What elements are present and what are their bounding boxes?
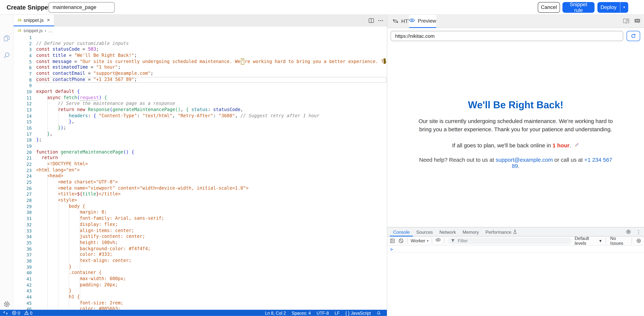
code-line[interactable]: 7const contactEmail = "support@example.c… [14,71,387,77]
close-icon[interactable]: × [47,18,50,23]
code-line[interactable]: 9 [14,83,387,89]
code-line[interactable]: 5const message = "Our site is currently … [14,59,387,65]
devtools-tab-network[interactable]: Network [436,228,459,236]
issues-counter[interactable]: No Issues [610,236,628,246]
tab-snippet-js[interactable]: JS snippet.js × [14,15,54,26]
code-line[interactable]: 37 color: #333; [14,252,387,258]
maintenance-page: We'll Be Right Back! Our site is current… [416,99,615,169]
split-editor-icon[interactable] [368,18,374,23]
line-number: 9 [14,83,36,89]
code-line[interactable]: 24 <head> [14,173,387,179]
code-line[interactable]: 33 align-items: center; [14,228,387,234]
code-line[interactable]: 3const statusCode = 503; [14,47,387,53]
code-line[interactable]: 34 justify-content: center; [14,234,387,240]
code-line[interactable]: 20function generateMaintenancePage() { [14,149,387,155]
deploy-dropdown-button[interactable]: ▾ [620,2,628,13]
settings-gear-icon[interactable] [3,301,10,307]
code-line[interactable]: 27 <title>${title}</title> [14,191,387,197]
filter-input[interactable] [457,238,568,244]
code-line[interactable]: 6const estimatedTime = "1 hour"; [14,65,387,71]
code-line[interactable]: 29 body { [14,204,387,210]
code-line[interactable]: 46 color: #0056b3; [14,306,387,310]
code-line[interactable]: 15 }, [14,119,387,125]
problems-errors[interactable]: 0 [12,310,20,315]
code-line[interactable]: 26 <meta name="viewport" content="width=… [14,185,387,191]
more-actions-icon[interactable] [378,18,384,23]
cancel-button[interactable]: Cancel [538,2,560,13]
code-line[interactable]: 1 [14,35,387,41]
code-line[interactable]: 36 background-color: #f4f4f4; [14,246,387,252]
deploy-button[interactable]: Deploy [597,2,620,13]
code-line[interactable]: 11 async fetch(request) { [14,95,387,101]
refresh-button[interactable] [626,31,640,41]
code-line[interactable]: 39 } [14,264,387,270]
devtools-tab-performance[interactable]: Performance [482,228,520,236]
code-line[interactable]: 28 <style> [14,197,387,203]
console-output[interactable]: > [387,245,644,252]
snippet-rule-button[interactable]: Snippet rule [562,2,595,13]
language-mode[interactable]: { } JavaScript [345,310,371,315]
breadcrumb-file[interactable]: snippet.js [24,28,42,33]
problems-warnings[interactable]: 0 [24,310,32,315]
code-line[interactable]: 43 } [14,288,387,294]
code-line[interactable]: 32 display: flex; [14,222,387,228]
indentation-setting[interactable]: Spaces: 4 [292,310,311,315]
code-line[interactable]: 30 margin: 0; [14,210,387,216]
code-line[interactable]: 23<html lang="en"> [14,167,387,173]
code-line[interactable]: 25 <meta charset="UTF-8"> [14,179,387,185]
preview-url-input[interactable] [390,31,623,41]
code-line[interactable]: 22 <!DOCTYPE html> [14,161,387,167]
code-line[interactable]: 38 text-align: center; [14,258,387,264]
code-line[interactable]: 41 max-width: 600px; [14,276,387,282]
console-settings-gear-icon[interactable] [636,238,642,243]
support-email-link[interactable]: support@example.com [496,157,553,163]
docs-book-icon[interactable] [623,19,630,24]
code-line[interactable]: 42 padding: 20px; [14,282,387,288]
live-expression-eye-icon[interactable] [436,238,441,243]
code-line[interactable]: 40 .container { [14,270,387,276]
code-line[interactable]: 13 return new Response(generateMaintenan… [14,107,387,113]
notifications-bell-icon[interactable] [376,310,381,315]
code-line[interactable]: 45 font-size: 2rem; [14,300,387,306]
snippet-name-input[interactable] [48,2,115,13]
console-sidebar-toggle-icon[interactable] [390,238,395,243]
remote-indicator-icon[interactable] [3,310,8,315]
cursor-position[interactable]: Ln 8, Col 2 [265,310,286,315]
code-line[interactable]: 17 }, [14,131,387,137]
devtools-tab-memory[interactable]: Memory [459,228,482,236]
code-line[interactable]: 35 height: 100vh; [14,240,387,246]
code-line[interactable]: 4const title = "We'll Be Right Back!"; [14,53,387,59]
tab-preview[interactable]: Preview [409,15,436,28]
breadcrumb-more[interactable]: … [48,28,53,33]
devtools-settings-gear-icon[interactable] [626,229,631,235]
code-line[interactable]: 21 return ` [14,155,387,161]
files-icon[interactable] [3,35,10,42]
code-lines: 12// Define your customizable inputs3con… [14,35,387,310]
code-line[interactable]: 2// Define your customizable inputs [14,41,387,47]
code-line[interactable]: 19 [14,143,387,149]
code-editor[interactable]: 12// Define your customizable inputs3con… [14,35,387,310]
code-line[interactable]: 31 font-family: Arial, sans-serif; [14,216,387,222]
search-icon[interactable] [3,52,10,59]
code-line[interactable]: 10export default { [14,89,387,95]
clear-console-icon[interactable] [398,238,404,243]
code-line[interactable]: 44 h1 { [14,294,387,300]
devtools-tab-console[interactable]: Console [390,228,413,236]
eol-setting[interactable]: LF [334,310,340,315]
funnel-icon [451,239,455,242]
code-line[interactable]: 12 // Serve the maintenance page as a re… [14,101,387,107]
breadcrumb[interactable]: JS snippet.js › … [14,26,387,35]
code-line[interactable]: 14 headers: { "Content-Type": "text/html… [14,113,387,119]
code-line[interactable]: 16 }); [14,125,387,131]
encoding-setting[interactable]: UTF-8 [316,310,329,315]
console-prompt-row[interactable]: > [387,245,644,252]
rocket-emoji [573,142,579,148]
log-levels-dropdown[interactable]: Default levels ▾ [575,236,602,246]
code-line[interactable]: 18}; [14,137,387,143]
devtools-tab-sources[interactable]: Sources [413,228,436,236]
discord-icon[interactable] [634,19,641,24]
overview-ruler-warning-marker [384,58,386,64]
execution-context-selector[interactable]: Worker ▾ [411,238,428,243]
code-line[interactable]: 8const contactPhone = "+1 234 567 89"; [14,77,387,83]
kebab-menu-icon[interactable]: ⋮ [636,229,641,234]
